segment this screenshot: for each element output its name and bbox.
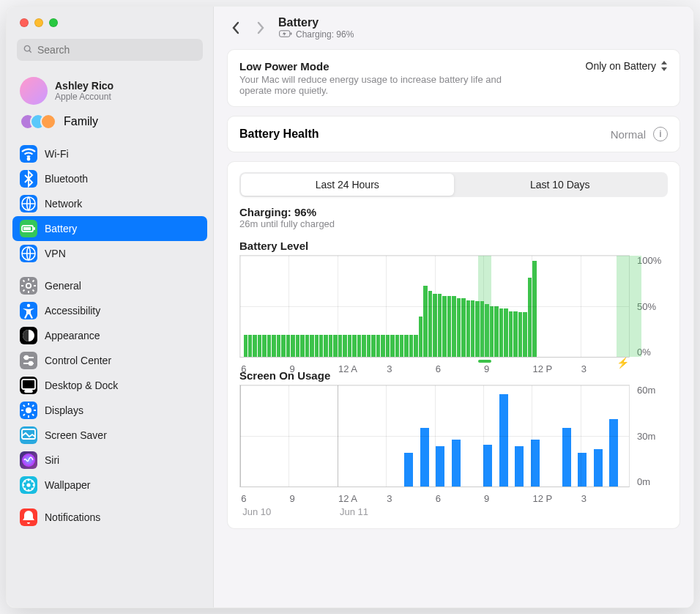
tab-last-10-days[interactable]: Last 10 Days bbox=[454, 174, 667, 196]
chart-bar bbox=[494, 306, 498, 357]
chart-bar bbox=[438, 294, 442, 357]
charging-substatus: 26m until fully charged bbox=[239, 218, 668, 229]
sidebar-item-displays[interactable]: Displays bbox=[12, 398, 207, 423]
sidebar-item-battery[interactable]: Battery bbox=[12, 216, 207, 241]
search-input[interactable] bbox=[37, 44, 197, 56]
sidebar-item-label: VPN bbox=[45, 248, 66, 259]
svg-line-23 bbox=[32, 414, 34, 415]
battery-health-status: Normal bbox=[611, 128, 646, 141]
low-power-select[interactable]: Only on Battery bbox=[586, 60, 669, 72]
chart-bar bbox=[281, 335, 285, 357]
window-close-button[interactable] bbox=[20, 18, 29, 27]
chart-bar bbox=[272, 335, 275, 357]
chart-bar bbox=[404, 335, 408, 357]
chart-bar bbox=[428, 291, 432, 357]
y-tick: 30m bbox=[637, 431, 668, 442]
svg-line-1 bbox=[29, 50, 31, 52]
chart-bar bbox=[381, 335, 384, 357]
sidebar-item-appearance[interactable]: Appearance bbox=[12, 323, 207, 348]
chart-bar bbox=[362, 335, 365, 357]
sidebar-item-bluetooth[interactable]: Bluetooth bbox=[12, 166, 207, 191]
sidebar-item-label: Desktop & Dock bbox=[45, 380, 118, 391]
sidebar-item-label: Battery bbox=[45, 223, 77, 234]
chart-bar bbox=[499, 308, 503, 357]
vpn-icon bbox=[20, 245, 37, 262]
sidebar-item-family[interactable]: Family bbox=[12, 109, 207, 134]
chart-bar bbox=[515, 446, 524, 487]
x-tick: 3 bbox=[581, 493, 587, 504]
chart-bar bbox=[258, 335, 261, 357]
chart-bar bbox=[267, 335, 271, 357]
batt-icon bbox=[20, 220, 37, 237]
svg-point-36 bbox=[24, 488, 26, 490]
sidebar-item-label: Network bbox=[45, 198, 82, 210]
x-tick: 6 bbox=[241, 493, 246, 504]
svg-point-31 bbox=[28, 489, 30, 492]
bt-icon bbox=[20, 170, 37, 188]
chart-bar bbox=[310, 335, 313, 357]
svg-rect-15 bbox=[22, 380, 35, 389]
search-field[interactable] bbox=[17, 39, 203, 61]
battery-charging-icon bbox=[278, 29, 293, 40]
svg-point-32 bbox=[23, 484, 25, 487]
tab-last-24-hours[interactable]: Last 24 Hours bbox=[241, 174, 454, 196]
chart-bar bbox=[300, 335, 304, 357]
window-minimize-button[interactable] bbox=[34, 18, 43, 27]
chart-bar bbox=[471, 300, 474, 357]
siri-icon bbox=[20, 451, 37, 469]
y-tick: 100% bbox=[637, 255, 668, 266]
sidebar-item-desktop-dock[interactable]: Desktop & Dock bbox=[12, 373, 207, 398]
wifi-icon bbox=[20, 145, 37, 163]
titlebar bbox=[7, 7, 213, 39]
cc-icon bbox=[20, 352, 37, 369]
disp-icon bbox=[20, 402, 37, 419]
charging-status: Charging: 96% bbox=[239, 206, 668, 218]
chart-bar bbox=[244, 335, 247, 357]
x-tick: 9 bbox=[290, 363, 295, 374]
sidebar-item-general[interactable]: General bbox=[12, 273, 207, 298]
sidebar-item-account[interactable]: Ashley Rico Apple Account bbox=[12, 73, 207, 109]
svg-point-8 bbox=[26, 284, 31, 288]
sidebar-item-control-center[interactable]: Control Center bbox=[12, 348, 207, 373]
main-pane: Battery Charging: 96% Low Power Mode You… bbox=[214, 7, 693, 607]
screen-on-chart-block: Screen On Usage 6912 A36912 P3Jun 10Jun … bbox=[239, 369, 668, 487]
chart-bar bbox=[352, 335, 356, 357]
notif-icon bbox=[20, 508, 37, 526]
x-tick: 3 bbox=[581, 363, 587, 374]
sidebar-item-accessibility[interactable]: Accessibility bbox=[12, 298, 207, 323]
sidebar-item-label: Siri bbox=[45, 454, 59, 466]
battery-health-title: Battery Health bbox=[239, 127, 319, 141]
chart-bar bbox=[523, 312, 526, 357]
x-tick: 3 bbox=[387, 493, 392, 504]
gen-icon bbox=[20, 277, 37, 295]
svg-point-2 bbox=[28, 158, 30, 160]
chart-bar bbox=[442, 296, 446, 357]
x-tick: 12 A bbox=[338, 493, 357, 504]
sidebar-item-network[interactable]: Network bbox=[12, 191, 207, 216]
nav-back-button[interactable] bbox=[228, 18, 243, 37]
nav-forward-button[interactable] bbox=[253, 18, 268, 37]
sidebar-item-label: General bbox=[45, 280, 81, 292]
sidebar-item-label: Bluetooth bbox=[45, 173, 88, 185]
sidebar: Ashley Rico Apple Account Family Wi-FiBl… bbox=[7, 7, 214, 607]
svg-rect-39 bbox=[291, 32, 292, 34]
svg-rect-5 bbox=[34, 227, 35, 230]
family-avatars bbox=[20, 114, 56, 130]
window-zoom-button[interactable] bbox=[49, 18, 58, 27]
sidebar-item-siri[interactable]: Siri bbox=[12, 448, 207, 473]
chart-bar bbox=[436, 446, 444, 487]
sidebar-item-screen-saver[interactable]: Screen Saver bbox=[12, 423, 207, 448]
svg-point-9 bbox=[27, 304, 30, 307]
screen-on-chart: 6912 A36912 P3Jun 10Jun 11 bbox=[239, 385, 630, 487]
y-tick: 60m bbox=[637, 385, 668, 396]
net-icon bbox=[20, 195, 37, 212]
sidebar-item-vpn[interactable]: VPN bbox=[12, 241, 207, 266]
battery-health-info-button[interactable]: i bbox=[653, 127, 668, 141]
sidebar-item-notifications[interactable]: Notifications bbox=[12, 505, 207, 530]
svg-line-22 bbox=[23, 405, 25, 407]
x-tick: 6 bbox=[241, 363, 246, 374]
sidebar-item-wifi[interactable]: Wi-Fi bbox=[12, 141, 207, 166]
sidebar-item-wallpaper[interactable]: Wallpaper bbox=[12, 473, 207, 498]
content-area: Low Power Mode Your Mac will reduce ener… bbox=[214, 49, 693, 607]
battery-health-card: Battery Health Normal i bbox=[227, 116, 680, 152]
